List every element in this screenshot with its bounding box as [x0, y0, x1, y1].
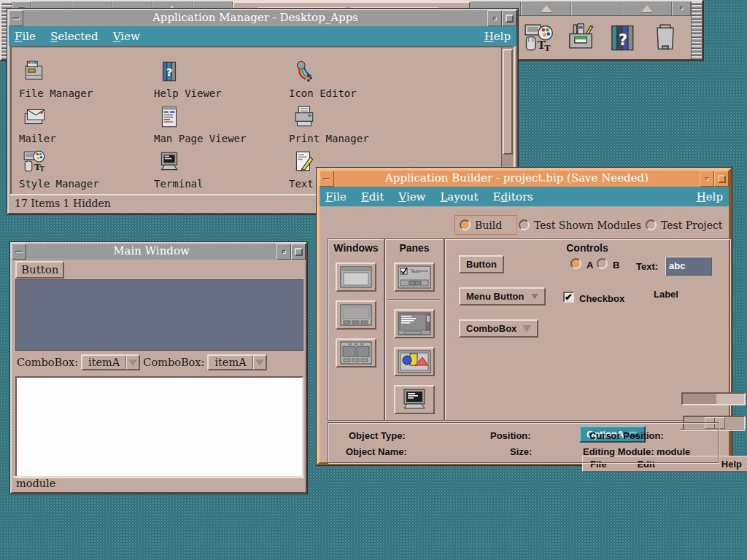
maximize-button[interactable] — [502, 10, 516, 26]
combobox1-arrow[interactable] — [126, 355, 139, 370]
palette-checkbox[interactable]: ✔ — [563, 292, 574, 303]
position-label: Position: — [490, 430, 531, 441]
panel-right-handle[interactable] — [691, 1, 702, 59]
palette-custom-dialog-icon[interactable] — [336, 338, 376, 368]
print-manager-icon — [292, 104, 317, 129]
chevron-down-icon — [128, 359, 137, 366]
test-shown-modules-label: Test Shown Modules — [534, 219, 641, 231]
sample-button[interactable]: Button — [15, 261, 64, 279]
icon-editor-icon — [292, 59, 317, 84]
palette-text-pane-icon[interactable] — [394, 309, 435, 338]
palette-dialog-icon[interactable] — [336, 300, 376, 330]
menu-help[interactable]: Help — [697, 190, 723, 203]
applications-control[interactable] — [565, 22, 597, 54]
combobox1[interactable]: itemA — [81, 354, 140, 370]
window-title: Application Manager - Desktop_Apps — [23, 10, 487, 26]
test-project-radio[interactable] — [646, 219, 657, 230]
test-shown-modules-radio[interactable] — [519, 219, 530, 230]
minimize-button[interactable] — [487, 10, 502, 26]
main-window-body: Button ComboBox: itemA ComboBox: itemA m… — [13, 261, 304, 491]
build-radio[interactable] — [460, 219, 471, 230]
window-menu-button[interactable] — [320, 171, 334, 187]
palette-combobox[interactable]: ComboBox — [459, 319, 538, 338]
subpanel-tab-help[interactable] — [622, 1, 672, 15]
control-pane-icon: Text — [398, 265, 431, 289]
menu-help[interactable]: Help — [484, 30, 511, 43]
menu-view[interactable]: View — [398, 190, 425, 203]
panel-end-button[interactable] — [672, 1, 691, 15]
maximize-icon — [506, 15, 514, 23]
mode-test-project[interactable]: Test Project — [646, 215, 722, 235]
app-icon-mailer[interactable]: Mailer — [19, 104, 150, 144]
terminal-pane-icon — [399, 388, 430, 411]
combobox2-arrow[interactable] — [253, 355, 266, 370]
object-name-label: Object Name: — [346, 446, 407, 457]
minimize-button[interactable] — [276, 244, 291, 260]
maximize-button[interactable] — [291, 244, 306, 260]
drawing-area[interactable] — [15, 279, 303, 351]
desktop: { "colors": { "desktop_base": "#2e6b77",… — [0, 0, 747, 560]
menu-layout[interactable]: Layout — [440, 190, 478, 203]
app-icon-file-manager[interactable]: File Manager — [19, 59, 150, 99]
app-icon-man-page-viewer[interactable]: Man Page Viewer — [154, 104, 285, 144]
trash-icon — [649, 22, 681, 54]
window-menu-button[interactable] — [12, 244, 26, 260]
palette-menu-button[interactable]: Menu Button — [459, 287, 546, 306]
maximize-icon — [718, 175, 726, 183]
window-menu-button[interactable] — [9, 10, 23, 26]
combobox2[interactable]: itemA — [207, 354, 266, 370]
menu-view[interactable]: View — [113, 30, 140, 43]
help-control[interactable]: ? — [607, 22, 639, 54]
palette-main-window-icon[interactable] — [336, 262, 376, 292]
main-window-titlebar[interactable]: Main Window — [12, 244, 306, 260]
app-icon-style-manager[interactable]: TT Style Manager — [19, 149, 150, 190]
size-label: Size: — [510, 446, 532, 457]
palette-radio-a[interactable] — [570, 258, 581, 269]
menu-selected[interactable]: Selected — [50, 30, 98, 43]
menu-editors[interactable]: Editors — [493, 190, 533, 203]
style-manager-control[interactable]: TT — [522, 22, 554, 54]
builder-status-area: Object Type: Position: Cursor Position: … — [328, 422, 719, 463]
app-builder-window: Application Builder - project.bip (Save … — [317, 168, 732, 465]
window-title: Application Builder - project.bip (Save … — [334, 171, 700, 187]
palette-menubar-help[interactable]: Help — [721, 459, 742, 470]
app-builder-body: Build Test Shown Modules Test Project Wi… — [322, 209, 726, 459]
app-manager-titlebar[interactable]: Application Manager - Desktop_Apps — [9, 10, 516, 26]
app-icon-print-manager[interactable]: Print Manager — [289, 104, 420, 144]
palette-draw-pane-icon[interactable] — [394, 347, 435, 376]
maximize-button[interactable] — [714, 171, 729, 187]
mode-test-shown-modules[interactable]: Test Shown Modules — [519, 215, 641, 235]
minimize-button[interactable] — [700, 171, 714, 187]
window-dialog-icon — [340, 304, 372, 326]
menu-edit[interactable]: Edit — [361, 190, 384, 203]
mailer-icon — [22, 104, 47, 129]
terminal-icon — [157, 149, 182, 174]
menu-file[interactable]: File — [325, 190, 347, 203]
mode-build[interactable]: Build — [454, 215, 517, 235]
palette-term-pane-icon[interactable] — [394, 385, 435, 414]
combobox2-label: ComboBox: — [143, 357, 204, 368]
text-pane-icon — [398, 312, 431, 335]
app-drawer-icon — [565, 20, 597, 55]
scrollbar-thumb[interactable] — [503, 49, 513, 155]
palette-radio-b[interactable] — [597, 258, 608, 269]
svg-text:?: ? — [619, 31, 627, 48]
app-icon-help-viewer[interactable]: ? Help Viewer — [154, 59, 285, 99]
app-icon-icon-editor[interactable]: Icon Editor — [289, 59, 420, 99]
combobox1-value[interactable]: itemA — [82, 355, 126, 370]
app-icon-terminal[interactable]: Terminal — [154, 149, 285, 190]
combobox2-value[interactable]: itemA — [208, 355, 252, 370]
menu-file[interactable]: File — [15, 30, 36, 43]
palette-text-field[interactable]: abc — [665, 257, 712, 276]
text-pane[interactable] — [15, 376, 303, 478]
trash-control[interactable] — [649, 22, 681, 54]
subpanel-tab-apps[interactable] — [571, 1, 622, 15]
app-builder-titlebar[interactable]: Application Builder - project.bip (Save … — [320, 171, 729, 187]
window-menu-icon — [15, 251, 23, 253]
window-base-icon — [340, 266, 372, 288]
man-page-viewer-icon — [157, 104, 182, 129]
help-viewer-icon: ? — [157, 59, 182, 84]
palette-control-pane-icon[interactable]: Text — [394, 262, 435, 292]
palette-button[interactable]: Button — [459, 255, 504, 273]
subpanel-tab-style[interactable] — [521, 1, 571, 15]
